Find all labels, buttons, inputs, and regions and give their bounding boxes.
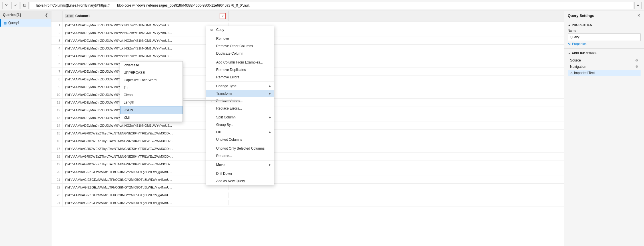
table-row: 24{"id":"AAMkAGI2ZGEzNWMzLTFhOGItNGY2Mi0…	[51, 199, 564, 207]
menu-item-add-examples[interactable]: Add Column From Examples...	[206, 59, 274, 66]
transform-item-label-trim: Trim	[124, 86, 131, 90]
transform-item-trim[interactable]: Trim	[120, 84, 182, 91]
menu-item-label-remove: Remove	[216, 37, 229, 41]
menu-divider	[206, 160, 274, 160]
menu-item-transform[interactable]: Transform	[206, 90, 274, 97]
menu-item-label-unpivot-selected: Unpivot Only Selected Columns	[216, 146, 264, 150]
column1-header[interactable]: ABC Column1 ▾	[63, 11, 228, 21]
table-row: 5{"id":"AAMkADEyMmJmZDU3LWM0YzktNGZmYS1h…	[51, 52, 564, 60]
row-number: 7	[51, 68, 63, 75]
menu-divider	[206, 82, 274, 82]
menu-item-label-remove-dupes: Remove Duplicates	[216, 68, 246, 72]
step-gear-navigation[interactable]: ⚙	[635, 65, 638, 69]
all-properties-link[interactable]: All Properties	[568, 42, 641, 45]
row-number: 22	[51, 184, 63, 191]
menu-divider	[206, 144, 274, 144]
menu-item-rename[interactable]: Rename...	[206, 152, 274, 160]
transform-item-label-xml: XML	[124, 116, 131, 120]
menu-item-label-add-new-query: Add as New Query	[216, 179, 245, 183]
menu-item-change-type[interactable]: Change Type	[206, 82, 274, 90]
menu-item-label-group-by: Group By...	[216, 123, 233, 127]
menu-item-label-replace-values: Replace Values...	[216, 99, 243, 103]
step-name-source: Source	[570, 58, 635, 62]
formula-dropdown[interactable]: ▾	[634, 2, 642, 9]
formula-input[interactable]	[30, 2, 633, 9]
menu-item-drill-down[interactable]: Drill Down	[206, 170, 274, 177]
table-row: 21{"id":"AAMkAGI2ZGEzNWMzLTFhOGItNGY2Mi0…	[51, 176, 564, 184]
row-number: 1	[51, 21, 63, 29]
menu-item-move[interactable]: Move	[206, 161, 274, 168]
menu-item-group-by[interactable]: Group By...	[206, 121, 274, 128]
row-number: 21	[51, 176, 63, 183]
menu-item-label-add-examples: Add Column From Examples...	[216, 60, 263, 64]
step-item-imported-text[interactable]: ✕Imported Text	[568, 70, 641, 76]
transform-item-capitalize[interactable]: Capitalize Each Word	[120, 76, 182, 84]
menu-item-remove[interactable]: Remove	[206, 35, 274, 42]
applied-steps-section: ▲ APPLIED STEPS Source⚙Navigation⚙✕Impor…	[564, 49, 644, 79]
menu-item-fill[interactable]: Fill	[206, 128, 274, 136]
row-number: 11	[51, 99, 63, 106]
menu-item-label-move: Move	[216, 163, 224, 167]
table-row: 23{"id":"AAMkAGI2ZGEzNWMzLTFhOGItNGY2Mi0…	[51, 191, 564, 199]
row-cell: {"id":"AAMkAGI2ZGEzNWMzLTFhOGItNGY2Mi05O…	[63, 177, 228, 182]
sidebar-item-query1[interactable]: ▦ Query1	[0, 19, 51, 27]
menu-item-icon-copy: ⧉	[209, 28, 214, 32]
table-row: 22{"id":"AAMkAGI2ZGEzNWMzLTFhOGItNGY2Mi0…	[51, 184, 564, 191]
row-cell: {"id":"AAMkAGRlOWEzZTkyLTAzNTMtNGNlZS04Y…	[63, 146, 228, 151]
transform-item-lowercase[interactable]: lowercase	[120, 61, 182, 69]
table-row: 4{"id":"AAMkADEyMmJmZDU3LWM0YzktNGZmYS1h…	[51, 45, 564, 52]
row-cell: {"id":"AAMkAGI2ZGEzNWMzLTFhOGItNGY2Mi05O…	[63, 200, 228, 205]
menu-item-label-remove-errors: Remove Errors	[216, 75, 239, 79]
close-button[interactable]: ✕	[637, 13, 641, 18]
filter-button[interactable]: ▾	[220, 13, 226, 19]
menu-item-duplicate[interactable]: Duplicate Column	[206, 50, 274, 57]
transform-item-label-uppercase: UPPERCASE	[124, 71, 145, 75]
menu-item-replace-errors[interactable]: Replace Errors...	[206, 105, 274, 112]
row-number: 15	[51, 130, 63, 137]
step-delete-imported-text[interactable]: ✕	[570, 71, 573, 75]
step-name-navigation: Navigation	[570, 65, 635, 69]
settings-title: Query Settings	[568, 13, 594, 18]
menu-item-unpivot[interactable]: Unpivot Columns	[206, 136, 274, 143]
transform-item-clean[interactable]: Clean	[120, 91, 182, 99]
row-cell: {"id":"AAMkAGI2ZGEzNWMzLTFhOGItNGY2Mi05O…	[63, 193, 228, 198]
transform-item-uppercase[interactable]: UPPERCASE	[120, 69, 182, 76]
table-icon: ▦	[4, 21, 7, 25]
transform-item-label-clean: Clean	[124, 93, 133, 97]
name-input[interactable]	[568, 33, 641, 41]
cancel-button[interactable]: ✕	[2, 2, 10, 9]
menu-item-unpivot-selected[interactable]: Unpivot Only Selected Columns	[206, 145, 274, 152]
step-item-source[interactable]: Source⚙	[568, 57, 641, 64]
settings-header: Query Settings ✕	[564, 11, 644, 20]
properties-toggle[interactable]: ▲	[568, 23, 571, 27]
menu-item-label-transform: Transform	[216, 92, 232, 96]
menu-item-remove-dupes[interactable]: Remove Duplicates	[206, 66, 274, 74]
step-item-navigation[interactable]: Navigation⚙	[568, 64, 641, 70]
fx-button[interactable]: fx	[21, 2, 29, 9]
menu-item-remove-other[interactable]: Remove Other Columns	[206, 42, 274, 50]
row-number: 9	[51, 83, 63, 91]
menu-item-copy[interactable]: ⧉Copy	[206, 26, 274, 33]
confirm-button[interactable]: ✓	[11, 2, 19, 9]
step-name-imported-text: Imported Text	[574, 71, 638, 75]
transform-item-length[interactable]: Length	[120, 99, 182, 106]
main-layout: Queries [1] ❮ ▦ Query1 ABC Column1 ▾	[0, 11, 644, 246]
queries-title: Queries [1]	[3, 13, 21, 17]
transform-item-xml[interactable]: XML	[120, 114, 182, 122]
collapse-button[interactable]: ❮	[45, 13, 48, 17]
table-row: 3{"id":"AAMkADEyMmJmZDU3LWM0YzktNGZmYS1h…	[51, 37, 564, 45]
step-gear-source[interactable]: ⚙	[635, 58, 638, 62]
menu-item-replace-values[interactable]: ₂Replace Values...	[206, 97, 274, 105]
menu-item-remove-errors[interactable]: Remove Errors	[206, 74, 274, 81]
row-number: 19	[51, 160, 63, 168]
transform-item-label-length: Length	[124, 100, 134, 104]
row-number: 14	[51, 122, 63, 129]
menu-item-add-new-query[interactable]: Add as New Query	[206, 177, 274, 185]
context-menu: ⧉CopyRemoveRemove Other ColumnsDuplicate…	[206, 26, 274, 185]
transform-item-json[interactable]: JSON	[120, 106, 182, 114]
applied-steps-toggle[interactable]: ▲	[568, 52, 571, 55]
row-cell: {"id":"AAMkAGI2ZGEzNWMzLTFhOGItNGY2Mi05O…	[63, 169, 228, 174]
row-number: 6	[51, 60, 63, 68]
menu-item-split-column[interactable]: Split Column	[206, 114, 274, 121]
menu-item-label-replace-errors: Replace Errors...	[216, 106, 242, 110]
